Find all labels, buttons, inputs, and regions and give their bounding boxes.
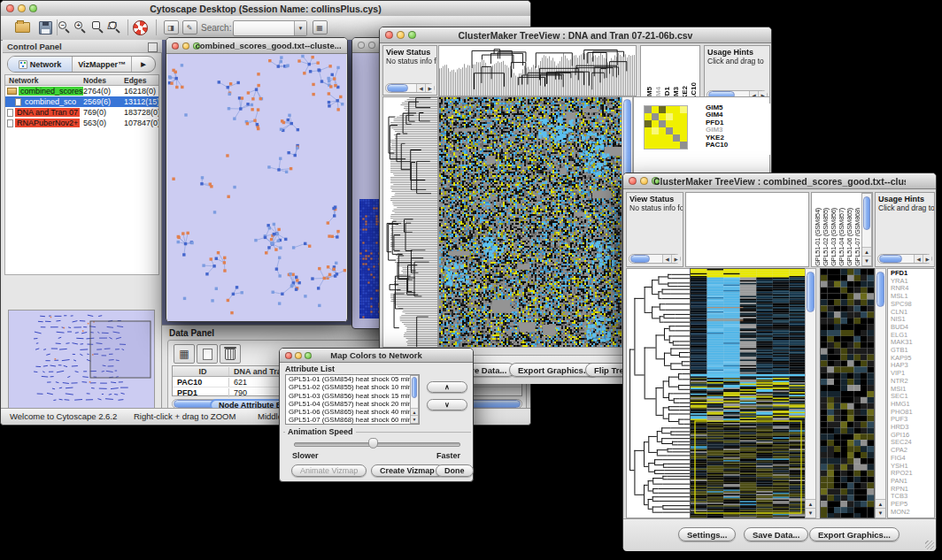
network-table-row[interactable]: combined_scores 2764(0) 16218(0) [5,86,158,96]
tv2-row-dendrogram[interactable] [626,268,691,518]
scrollbar-thumb[interactable] [412,377,417,398]
move-up-button[interactable]: ∧ [427,381,467,393]
tv2-zoom-heatmap[interactable] [820,268,875,518]
tv2-export-graphics-button[interactable]: Export Graphics... [809,527,900,541]
network-canvas[interactable] [167,54,346,321]
zoom-out-icon[interactable]: − [56,19,73,36]
main-title-bar[interactable]: Cytoscape Desktop (Session Name: collins… [1,1,530,17]
tv1-zoom-matrix[interactable] [644,105,688,150]
network-overview-thumbnail[interactable] [8,310,155,409]
network-table-row[interactable]: combined_sco 2569(6) 13112(15) [5,96,158,107]
close-button[interactable] [6,4,14,12]
float-panel-icon[interactable] [148,42,158,52]
annotation-icon[interactable]: ✎ [181,19,198,36]
zoom-fit-icon[interactable]: ⃞ [106,19,124,36]
tv1-status-hscrollbar[interactable]: ◀▶ [385,83,435,93]
tv2-hints-hscrollbar[interactable]: ◀▶ [877,254,932,264]
search-input[interactable]: ▼ [233,20,307,36]
attribute-list-item[interactable]: GPL51-04 (GSM857) heat shock 20 min [286,400,410,408]
scroll-right-icon[interactable]: ▶ [671,255,680,263]
attribute-list-item[interactable]: GPL51-07 (GSM868) heat shock 60 min [286,416,410,424]
array-column-label[interactable]: GPL51-01 (GSM854) [814,208,822,266]
attribute-list-item[interactable]: GPL51-02 (GSM855) heat shock 10 min [286,383,410,391]
scrollbar-thumb[interactable] [630,255,650,263]
resize-grip[interactable] [925,541,934,549]
scrollbar-thumb[interactable] [863,196,870,230]
done-button[interactable]: Done [436,464,474,477]
move-down-button[interactable]: ∨ [427,399,467,410]
scrollbar-thumb[interactable] [876,272,884,307]
scroll-down-icon[interactable]: ▼ [876,508,885,518]
scroll-down-icon[interactable]: ▼ [411,415,418,423]
scroll-left-icon[interactable]: ◀ [416,84,425,92]
slider-thumb[interactable] [368,438,378,449]
tv2-heatmap-vscrollbar[interactable]: ▲ ▼ [805,268,816,518]
array-column-label[interactable]: GPL51-06 (GSM865) [845,208,853,266]
close-button[interactable] [285,352,292,359]
attribute-list-vscrollbar[interactable]: ▲ ▼ [410,375,419,424]
scrollbar-thumb[interactable] [387,84,408,92]
gene-row-label[interactable]: PAC10 [706,142,770,149]
treeview1-title-bar[interactable]: ClusterMaker TreeView : DNA and Tran 07-… [380,27,771,43]
network-table-row[interactable]: RNAPuberNov2+ 563(0) 107847(0) [5,118,158,128]
attribute-list-label: Attribute List [285,364,335,373]
open-session-icon[interactable] [13,19,31,36]
tv2-usage-hints-panel: Usage Hints Click and drag to ◀▶ [875,192,935,267]
scroll-left-icon[interactable]: ◀ [662,255,671,263]
close-button[interactable] [172,42,179,50]
vizmapper-icon[interactable]: ◨ [162,19,180,36]
array-column-label[interactable]: GPL51-02 (GSM855) [822,208,830,266]
help-icon[interactable] [131,19,149,36]
attribute-browser-icon[interactable]: ▦ [311,19,328,36]
scroll-left-icon[interactable]: ◀ [914,255,923,263]
close-button[interactable] [629,177,637,185]
tv1-heatmap[interactable] [438,96,622,348]
new-attribute-icon[interactable] [197,344,218,364]
attribute-list-item[interactable]: GPL51-01 (GSM854) heat shock 05 min [286,375,410,383]
network1-title-bar[interactable]: combined_scores_good.txt--cluste... [166,38,347,54]
delete-attribute-icon[interactable] [220,344,241,364]
close-button[interactable] [358,42,365,49]
close-button[interactable] [385,31,393,39]
scroll-right-icon[interactable]: ▶ [425,84,434,92]
minimize-button[interactable] [295,352,302,359]
network-table-row[interactable]: DNA and Tran 07 769(0) 183728(0) [5,107,158,118]
slower-label: Slower [292,451,319,460]
gene-label[interactable]: MON2 [891,509,934,517]
treeview2-title-bar[interactable]: ClusterMaker TreeView : combined_scores_… [623,173,936,189]
scrollbar-thumb[interactable] [807,272,815,312]
tab-vizmapper[interactable]: VizMapper™ [73,57,132,72]
minimize-button[interactable] [397,31,405,39]
scrollbar-thumb[interactable] [879,255,902,263]
array-column-label[interactable]: GPL51-04 (GSM857) [838,208,845,266]
save-session-icon[interactable] [36,19,54,36]
scroll-down-icon[interactable]: ▼ [862,256,871,265]
tv2-zoom-vscrollbar[interactable]: ▲ ▼ [875,268,886,518]
tv2-settings-button[interactable]: Settings... [678,527,736,541]
array-column-label[interactable]: GPL51-03 (GSM856) [830,208,838,266]
create-vizmap-button[interactable]: Create Vizmap [371,464,444,477]
animate-vizmap-button[interactable]: Animate Vizmap [291,464,367,477]
tv1-column-dendrogram[interactable] [438,45,637,96]
array-column-label[interactable]: GPL51-07 (GSM868) [853,208,860,266]
search-dropdown-arrow-icon[interactable]: ▼ [294,21,306,35]
tab-overflow-arrow[interactable]: ▶ [132,57,155,72]
minimize-button[interactable] [368,42,375,49]
minimize-button[interactable] [640,177,648,185]
tv1-row-dendrogram[interactable] [382,96,438,348]
zoom-selected-icon[interactable] [89,19,107,36]
attribute-list-item[interactable]: GPL51-03 (GSM856) heat shock 15 min [286,392,410,400]
attribute-table-icon[interactable]: ▦ [174,344,195,364]
tv2-save-data-button[interactable]: Save Data... [744,527,808,541]
tab-network[interactable]: Network [8,57,73,72]
map-dialog-title-bar[interactable]: Map Colors to Network [280,349,473,363]
zoom-in-icon[interactable]: + [72,19,89,36]
tv2-status-hscrollbar[interactable]: ◀▶ [629,254,681,264]
tv2-array-vscrollbar[interactable]: ▲ ▼ [861,193,872,266]
scroll-right-icon[interactable]: ▶ [923,255,931,263]
minimize-button[interactable] [18,4,26,12]
minimize-button[interactable] [182,42,189,50]
scroll-down-icon[interactable]: ▼ [806,508,815,518]
attribute-list-item[interactable]: GPL51-06 (GSM865) heat shock 40 min [286,408,410,416]
tv2-heatmap[interactable] [690,268,807,518]
